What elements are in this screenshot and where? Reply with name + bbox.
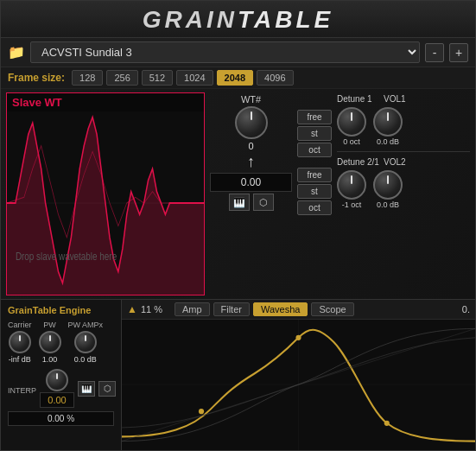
pw-knob[interactable]	[39, 331, 61, 353]
scope-toolbar: ▲ 11 % Amp Filter Wavesha Scope 0.	[122, 300, 475, 320]
detune2-label: Detune 2/1	[337, 157, 380, 167]
wt-value: 0	[210, 141, 292, 151]
free-btn-1[interactable]: free	[297, 110, 332, 124]
carrier-knob[interactable]	[9, 331, 31, 353]
wt-knob[interactable]	[235, 106, 268, 139]
midi-icon[interactable]: 🎹	[229, 194, 250, 211]
carrier-value: -inf dB	[9, 355, 31, 364]
frame-btn-128[interactable]: 128	[72, 70, 103, 86]
interp-label: INTERP	[8, 386, 36, 395]
interp-knob[interactable]	[46, 369, 68, 391]
folder-icon[interactable]: 📁	[8, 44, 25, 60]
waveform-title: Slave WT	[7, 93, 204, 111]
preset-select[interactable]: ACVSTI Sundial 3	[30, 41, 420, 63]
plus-button[interactable]: +	[449, 43, 468, 62]
pw-ampx-label: PW AMPx	[68, 321, 104, 329]
carrier-label: Carrier	[8, 321, 32, 329]
app-title: GrainTable	[10, 6, 466, 34]
wt-label: WT#	[210, 94, 292, 105]
svg-point-7	[199, 409, 204, 414]
wt-arrow: ↑	[210, 153, 292, 171]
vol2-knob[interactable]	[373, 170, 403, 200]
detune1-value: 0 oct	[343, 137, 360, 146]
minus-button[interactable]: -	[425, 43, 444, 62]
detune1-label: Detune 1	[337, 94, 380, 104]
detune1-row: Detune 1 VOL1	[337, 94, 470, 104]
vol2-value: 0.0 dB	[377, 200, 399, 209]
app-container: GrainTable 📁 ACVSTI Sundial 3 - + Frame …	[0, 0, 476, 451]
engine-knobs-row: Carrier -inf dB PW 1.00 PW AMPx 0.0 dB	[8, 321, 114, 364]
scope-tab-amp[interactable]: Amp	[175, 302, 210, 316]
scope-svg	[122, 320, 475, 450]
svg-point-8	[295, 335, 301, 340]
scope-tab-filter[interactable]: Filter	[213, 302, 250, 316]
pw-label: PW	[43, 321, 56, 329]
frame-btn-4096[interactable]: 4096	[257, 70, 293, 86]
frame-btn-256[interactable]: 256	[106, 70, 137, 86]
scope-tab-scope[interactable]: Scope	[311, 302, 353, 316]
pw-ampx-value: 0.0 dB	[74, 355, 97, 364]
engine-percent-display: 0.00 %	[8, 411, 114, 426]
engine-title: GrainTable Engine	[8, 305, 114, 315]
detune1-knobs: 0 oct 0.0 dB	[337, 107, 470, 146]
waveform-display: Drop slave wavetable here	[7, 111, 204, 295]
vol1-knob[interactable]	[373, 107, 403, 137]
detune1-knob[interactable]	[337, 107, 366, 137]
middle-controls: WT# 0 ↑ 0.00 🎹 ⬡	[210, 92, 292, 295]
pw-ampx-group: PW AMPx 0.0 dB	[68, 321, 104, 364]
pw-ampx-knob[interactable]	[74, 331, 97, 353]
frame-btn-512[interactable]: 512	[142, 70, 173, 86]
oct-btn-2[interactable]: oct	[297, 200, 332, 215]
waveform-panel: Slave WT Drop slave wavetable here	[6, 92, 205, 295]
triangle-icon: ▲	[127, 303, 137, 315]
title-grain: Grain	[143, 6, 238, 33]
bottom-section: GrainTable Engine Carrier -inf dB PW 1.0…	[1, 299, 475, 450]
detune2-value: -1 oct	[342, 200, 362, 209]
main-content: Slave WT Drop slave wavetable here WT#	[1, 89, 475, 299]
pw-value: 1.00	[42, 355, 58, 364]
engine-cube-icon[interactable]: ⬡	[98, 381, 116, 397]
frame-btn-2048[interactable]: 2048	[217, 70, 253, 86]
detune2-knob[interactable]	[337, 170, 366, 200]
scope-percent: 11 %	[141, 304, 171, 314]
engine-panel: GrainTable Engine Carrier -inf dB PW 1.0…	[1, 300, 122, 450]
svg-point-9	[384, 421, 390, 426]
cube-icon[interactable]: ⬡	[253, 194, 274, 211]
scope-panel: ▲ 11 % Amp Filter Wavesha Scope 0.	[122, 300, 475, 450]
interp-row: INTERP 0.00 🎹 ⬡	[8, 369, 114, 408]
frame-size-label: Frame size:	[8, 72, 65, 84]
header: GrainTable	[1, 1, 475, 38]
detune2-row: Detune 2/1 VOL2	[337, 157, 470, 167]
carrier-group: Carrier -inf dB	[8, 321, 32, 364]
icon-row: 🎹 ⬡	[210, 194, 292, 211]
oct-btn-1[interactable]: oct	[297, 143, 332, 157]
pw-group: PW 1.00	[39, 321, 61, 364]
free-btn-2[interactable]: free	[297, 168, 332, 182]
title-table: Table	[238, 6, 333, 33]
frame-size-row: Frame size: 128 256 512 1024 2048 4096	[1, 67, 475, 89]
vol2-label: VOL2	[384, 157, 406, 167]
st-btn-2[interactable]: st	[297, 184, 332, 199]
scope-tab-wavesha[interactable]: Wavesha	[253, 302, 308, 316]
vol1-value: 0.0 dB	[377, 137, 399, 146]
vol1-label: VOL1	[384, 94, 406, 104]
wt-value-display: 0.00	[210, 173, 292, 192]
svg-text:Drop slave wavetable here: Drop slave wavetable here	[16, 250, 117, 263]
toolbar: 📁 ACVSTI Sundial 3 - +	[1, 38, 475, 67]
detune2-knobs: -1 oct 0.0 dB	[337, 170, 470, 209]
detune-vol-section: Detune 1 VOL1 0 oct 0.0 dB Detune 2/1 VO…	[337, 92, 470, 295]
st-btn-1[interactable]: st	[297, 126, 332, 141]
interp-value-display: 0.00	[40, 392, 74, 408]
scope-display	[122, 320, 475, 450]
engine-midi-icon[interactable]: 🎹	[78, 381, 95, 397]
engine-icon-row: 🎹 ⬡	[78, 381, 116, 397]
mode-buttons: free st oct free st oct	[297, 92, 332, 295]
frame-btn-1024[interactable]: 1024	[176, 70, 213, 86]
scope-dot-value: 0.	[462, 304, 470, 314]
